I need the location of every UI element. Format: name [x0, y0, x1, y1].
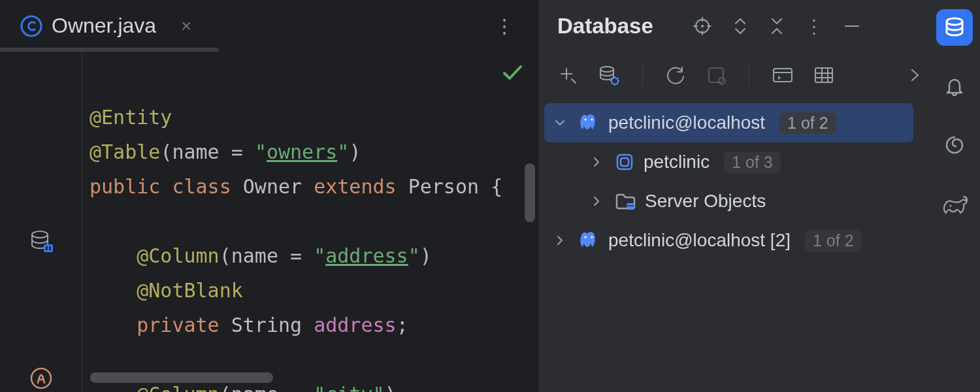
code-string-link[interactable]: owners	[267, 140, 337, 163]
svg-rect-18	[627, 203, 634, 210]
svg-point-11	[719, 78, 725, 84]
toolbar-separator	[642, 63, 643, 87]
table-view-icon[interactable]	[813, 65, 834, 85]
tree-node-label: petclinic@localhost	[608, 112, 765, 133]
code-field: address	[314, 314, 396, 336]
database-header: Database ⋮	[539, 0, 929, 52]
editor-pane: Owner.java × ⋮ @Entity @Table(name = "ow…	[0, 0, 539, 392]
tree-node-label: petclinic	[644, 152, 710, 172]
svg-rect-2	[44, 244, 53, 252]
database-toolbar	[539, 52, 929, 98]
refresh-icon[interactable]	[665, 65, 686, 86]
schema-icon	[615, 152, 634, 172]
right-tool-strip	[929, 0, 980, 392]
editor-tab-owner-java[interactable]: Owner.java ×	[16, 0, 204, 52]
postgres-icon	[578, 230, 599, 251]
code-annotation: @Column	[137, 244, 219, 267]
tab-underline	[0, 48, 219, 52]
svg-point-22	[949, 204, 951, 206]
add-datasource-icon[interactable]	[557, 65, 578, 86]
database-gutter-icon[interactable]	[28, 229, 54, 255]
database-title: Database	[557, 14, 653, 39]
editor-body: @Entity @Table(name = "owners") public c…	[0, 52, 539, 392]
toolbar-overflow-icon[interactable]	[908, 65, 921, 85]
svg-rect-12	[774, 69, 792, 82]
svg-point-7	[701, 25, 704, 27]
svg-point-15	[591, 118, 593, 120]
collapse-icon[interactable]	[768, 16, 785, 36]
svg-point-1	[32, 231, 48, 238]
chevron-right-icon[interactable]	[587, 194, 606, 208]
database-tool-window: Database ⋮	[539, 0, 980, 392]
class-file-icon	[20, 15, 42, 37]
svg-point-14	[584, 118, 586, 120]
svg-point-8	[600, 67, 613, 72]
folder-icon	[615, 191, 636, 211]
svg-rect-4	[49, 246, 51, 250]
datasource-properties-icon[interactable]	[598, 64, 620, 86]
open-console-icon[interactable]	[772, 65, 794, 85]
database-tree: petclinic@localhost 1 of 2 petclinic 1 o…	[539, 98, 929, 260]
chevron-right-icon[interactable]	[551, 233, 569, 248]
svg-point-0	[22, 16, 41, 36]
svg-point-21	[947, 18, 962, 25]
more-options-icon[interactable]: ⋮	[805, 16, 823, 37]
svg-rect-17	[621, 158, 629, 166]
svg-rect-13	[815, 68, 832, 82]
datasource-node-petclinic[interactable]: petclinic@localhost 1 of 2	[544, 103, 913, 142]
svg-point-20	[591, 236, 593, 238]
inspections-ok-icon[interactable]	[501, 61, 523, 84]
editor-horizontal-scrollbar[interactable]	[90, 372, 273, 383]
svg-rect-3	[46, 246, 48, 250]
server-objects-node[interactable]: Server Objects	[544, 182, 913, 221]
code-annotation: @Column	[137, 383, 219, 392]
close-tab-icon[interactable]: ×	[181, 16, 191, 37]
chevron-down-icon[interactable]	[551, 116, 569, 130]
stop-icon	[706, 65, 727, 86]
datasource-node-petclinic-2[interactable]: petclinic@localhost [2] 1 of 2	[544, 221, 913, 260]
code-annotation: @Table	[90, 140, 160, 163]
tree-node-label: petclinic@localhost [2]	[608, 230, 791, 251]
chevron-right-icon[interactable]	[587, 155, 606, 169]
minimize-icon[interactable]	[843, 17, 861, 35]
code-string-link[interactable]: address	[325, 244, 408, 267]
svg-rect-16	[617, 155, 632, 169]
count-badge: 1 of 2	[779, 112, 836, 134]
notifications-button[interactable]	[936, 68, 973, 105]
swirl-button[interactable]	[936, 127, 973, 163]
gradle-button[interactable]	[936, 186, 973, 222]
count-badge: 1 of 3	[724, 152, 781, 173]
database-toolwindow-button[interactable]	[936, 9, 973, 46]
expand-icon[interactable]	[732, 16, 749, 36]
svg-point-5	[31, 368, 51, 388]
svg-rect-10	[709, 68, 723, 82]
count-badge: 1 of 2	[805, 230, 862, 252]
editor-gutter	[0, 52, 82, 392]
tab-overflow-menu-icon[interactable]: ⋮	[495, 14, 513, 37]
svg-point-19	[584, 236, 586, 238]
code-area[interactable]: @Entity @Table(name = "owners") public c…	[82, 52, 539, 392]
target-icon[interactable]	[693, 16, 712, 36]
editor-tab-title: Owner.java	[52, 14, 156, 38]
autowired-gutter-icon[interactable]	[29, 366, 54, 391]
postgres-icon	[578, 112, 599, 133]
tree-node-label: Server Objects	[645, 191, 766, 212]
editor-tab-bar: Owner.java × ⋮	[0, 0, 539, 52]
schema-node-petclinic[interactable]: petclinic 1 of 3	[544, 142, 913, 182]
toolbar-separator	[749, 63, 749, 87]
editor-vertical-scrollbar[interactable]	[525, 163, 535, 222]
code-string-link[interactable]: city	[325, 383, 372, 392]
code-annotation: @NotBlank	[137, 279, 243, 302]
code-annotation: @Entity	[90, 106, 172, 129]
